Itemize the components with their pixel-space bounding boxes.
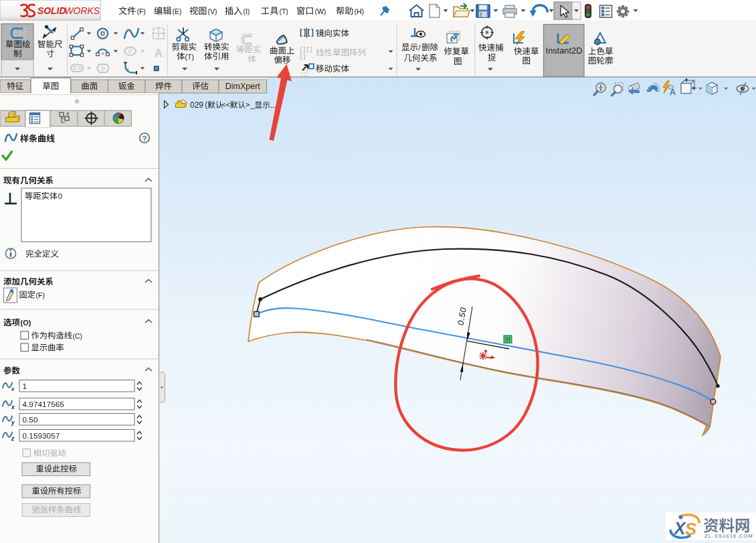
svg-text:DimXpert: DimXpert bbox=[225, 82, 261, 91]
svg-text:(E): (E) bbox=[172, 7, 181, 15]
svg-text:(F): (F) bbox=[36, 291, 45, 299]
svg-text:z: z bbox=[11, 435, 15, 442]
svg-text:Instant2D: Instant2D bbox=[546, 46, 583, 56]
svg-text:(V): (V) bbox=[207, 7, 217, 15]
svg-text:0: 0 bbox=[58, 192, 62, 200]
svg-text:(F): (F) bbox=[136, 7, 145, 15]
svg-text:X: X bbox=[673, 519, 686, 538]
svg-text:(H): (H) bbox=[354, 7, 364, 15]
svg-text:029: 029 bbox=[190, 100, 203, 110]
svg-text:ZL.XS1616.COM: ZL.XS1616.COM bbox=[704, 533, 753, 539]
svg-text:(T): (T) bbox=[279, 7, 288, 15]
svg-text:(C): (C) bbox=[73, 332, 83, 340]
svg-text:(T): (T) bbox=[185, 53, 194, 61]
svg-text:(I): (I) bbox=[243, 7, 250, 15]
svg-text:SOLID: SOLID bbox=[37, 5, 66, 16]
svg-text:1: 1 bbox=[23, 382, 27, 391]
svg-text:(W): (W) bbox=[314, 7, 326, 15]
svg-text:(O): (O) bbox=[21, 319, 31, 327]
svg-text:0.1593057: 0.1593057 bbox=[23, 431, 60, 441]
svg-text:4.97417565: 4.97417565 bbox=[23, 400, 65, 409]
svg-text:#: # bbox=[11, 386, 15, 392]
svg-text:S: S bbox=[685, 519, 697, 539]
svg-text:?: ? bbox=[142, 135, 147, 143]
svg-text:A: A bbox=[670, 88, 676, 97]
svg-text:WORKS: WORKS bbox=[65, 5, 100, 16]
svg-text:A: A bbox=[155, 47, 163, 60]
svg-text:0.50: 0.50 bbox=[23, 415, 38, 424]
